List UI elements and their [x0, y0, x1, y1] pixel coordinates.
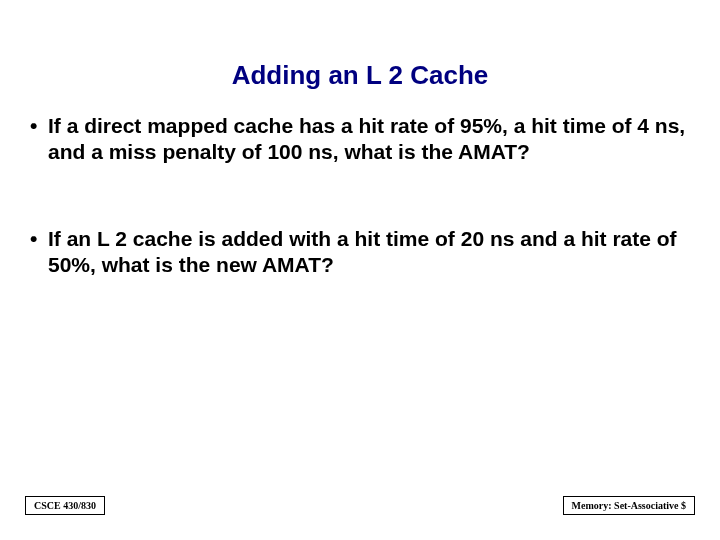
slide: Adding an L 2 Cache If a direct mapped c…	[0, 0, 720, 540]
bullet-list: If a direct mapped cache has a hit rate …	[28, 113, 692, 278]
list-item: If an L 2 cache is added with a hit time…	[28, 226, 692, 279]
footer-left-box: CSCE 430/830	[25, 496, 105, 515]
footer-right-box: Memory: Set-Associative $	[563, 496, 695, 515]
list-item: If a direct mapped cache has a hit rate …	[28, 113, 692, 166]
slide-title: Adding an L 2 Cache	[28, 60, 692, 91]
